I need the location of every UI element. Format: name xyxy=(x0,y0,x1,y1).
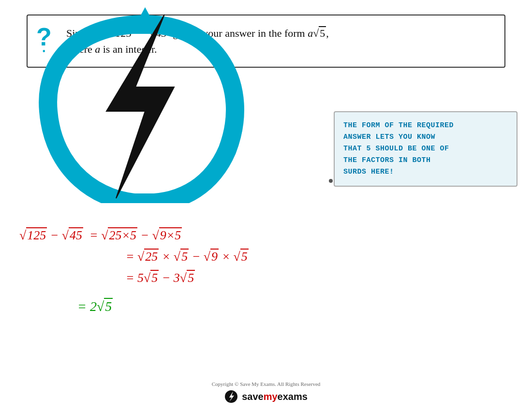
math-step-3: = 5√5 − 3√5 xyxy=(126,270,348,285)
math-steps: √125 − √45 = √25×5 − √9×5 = √25 × √5 − √… xyxy=(19,227,348,320)
callout-line3: THAT 5 SHOULD BE ONE OF xyxy=(343,145,449,153)
logo-save: save xyxy=(242,391,264,402)
callout-line4: THE FACTORS IN BOTH xyxy=(343,156,431,164)
math-step-4: = 2√5 xyxy=(77,291,348,314)
footer: Copyright © Save My Exams. All Rights Re… xyxy=(0,381,532,403)
logo-my: my xyxy=(264,391,278,402)
logo-exams: exams xyxy=(278,391,308,402)
callout-line5: SURDS HERE! xyxy=(343,168,394,176)
copyright-text: Copyright © Save My Exams. All Rights Re… xyxy=(0,381,532,387)
logo-text: savemyexams xyxy=(242,391,308,402)
math-step-2: = √25 × √5 − √9 × √5 xyxy=(126,249,348,264)
logo-bolt-icon xyxy=(224,390,238,403)
lightning-bolt-icon xyxy=(58,10,222,203)
math-step-1: √125 − √45 = √25×5 − √9×5 xyxy=(19,227,348,243)
callout-connector-dot xyxy=(329,179,333,183)
callout-line2: ANSWER LETS YOU KNOW xyxy=(343,133,435,141)
footer-logo: savemyexams xyxy=(0,390,532,403)
svg-marker-2 xyxy=(106,15,174,198)
callout-line1: THE FORM OF THE REQUIRED xyxy=(343,121,454,130)
callout-box: THE FORM OF THE REQUIRED ANSWER LETS YOU… xyxy=(334,111,517,187)
